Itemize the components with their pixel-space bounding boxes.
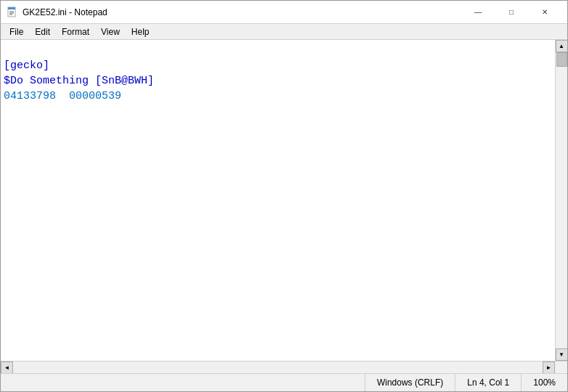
line-2: $Do Something [SnB@BWH] bbox=[4, 75, 154, 87]
line-1: [gecko] bbox=[4, 60, 49, 72]
close-button[interactable]: ✕ bbox=[528, 1, 561, 24]
title-bar: GK2E52.ini - Notepad — □ ✕ bbox=[1, 1, 567, 24]
menu-help[interactable]: Help bbox=[126, 25, 155, 39]
svg-rect-1 bbox=[8, 7, 15, 9]
line-3: 04133798 00000539 bbox=[4, 90, 121, 102]
menu-edit[interactable]: Edit bbox=[29, 25, 56, 39]
status-sections: Windows (CRLF) Ln 4, Col 1 100% bbox=[365, 374, 567, 391]
scroll-left-button[interactable]: ◄ bbox=[1, 362, 13, 374]
scroll-right-button[interactable]: ► bbox=[543, 362, 555, 374]
editor-area: [gecko] $Do Something [SnB@BWH] 04133798… bbox=[1, 40, 567, 361]
menu-file[interactable]: File bbox=[4, 25, 29, 39]
scroll-down-button[interactable]: ▼ bbox=[556, 348, 568, 361]
status-encoding: Windows (CRLF) bbox=[365, 374, 455, 391]
menu-bar: File Edit Format View Help bbox=[1, 24, 567, 40]
status-bar: Windows (CRLF) Ln 4, Col 1 100% bbox=[1, 373, 567, 391]
maximize-button[interactable]: □ bbox=[495, 1, 528, 24]
horizontal-scrollbar: ◄ ► bbox=[1, 361, 567, 373]
app-icon bbox=[7, 7, 18, 18]
window-title: GK2E52.ini - Notepad bbox=[23, 7, 461, 17]
scroll-up-button[interactable]: ▲ bbox=[556, 40, 568, 52]
window-controls: — □ ✕ bbox=[461, 1, 561, 24]
menu-view[interactable]: View bbox=[95, 25, 126, 39]
horizontal-scroll-track[interactable] bbox=[13, 362, 543, 373]
status-zoom: 100% bbox=[521, 374, 567, 391]
scroll-track[interactable] bbox=[556, 52, 567, 348]
menu-format[interactable]: Format bbox=[56, 25, 95, 39]
text-editor[interactable]: [gecko] $Do Something [SnB@BWH] 04133798… bbox=[1, 40, 555, 361]
minimize-button[interactable]: — bbox=[461, 1, 495, 24]
notepad-window: GK2E52.ini - Notepad — □ ✕ File Edit For… bbox=[0, 0, 568, 392]
scroll-thumb[interactable] bbox=[556, 52, 567, 67]
scrollbar-corner bbox=[555, 362, 567, 374]
status-position: Ln 4, Col 1 bbox=[455, 374, 521, 391]
vertical-scrollbar: ▲ ▼ bbox=[555, 40, 567, 361]
